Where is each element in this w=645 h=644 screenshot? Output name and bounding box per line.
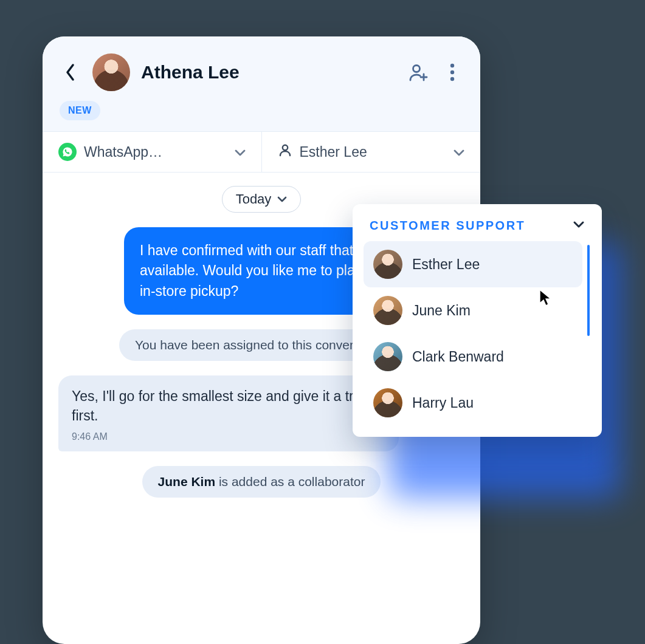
chevron-down-icon: [454, 144, 464, 160]
contact-name: Athena Lee: [141, 62, 396, 83]
agent-list[interactable]: Esther Lee June Kim Clark Benward Harry …: [364, 241, 591, 426]
agent-item[interactable]: Clark Benward: [364, 334, 582, 380]
message-text: Yes, I'll go for the smallest size and g…: [72, 386, 385, 425]
agent-item[interactable]: Harry Lau: [364, 380, 582, 426]
agent-name: Harry Lau: [412, 395, 474, 411]
chevron-down-icon: [277, 196, 287, 202]
agent-avatar: [373, 296, 402, 325]
message-timestamp: 9:46 AM: [72, 430, 385, 444]
channel-label: WhatsApp…: [84, 144, 162, 160]
svg-point-0: [413, 66, 420, 72]
back-button[interactable]: [60, 61, 81, 83]
collaborator-name: June Kim: [158, 474, 216, 488]
svg-point-3: [450, 77, 454, 81]
add-person-icon[interactable]: [407, 61, 429, 83]
system-message-collaborator: June Kim is added as a collaborator: [142, 466, 381, 498]
date-label: Today: [236, 191, 272, 207]
agent-avatar: [373, 250, 402, 279]
chevron-down-icon[interactable]: [573, 221, 585, 231]
assignee-label: Esther Lee: [300, 144, 367, 160]
agent-item[interactable]: Esther Lee: [364, 241, 582, 287]
svg-point-4: [282, 145, 287, 150]
contact-avatar[interactable]: [92, 53, 130, 91]
agent-avatar: [373, 388, 402, 417]
selector-bar: WhatsApp… Esther Lee: [43, 131, 480, 173]
chevron-down-icon: [235, 144, 246, 160]
agent-name: June Kim: [412, 303, 471, 319]
popover-title: CUSTOMER SUPPORT: [370, 219, 525, 233]
agent-avatar: [373, 342, 402, 371]
more-menu-icon[interactable]: [441, 61, 463, 83]
agent-name: Clark Benward: [412, 349, 504, 365]
status-badge-new: NEW: [60, 101, 100, 120]
chat-header: Athena Lee NEW: [43, 36, 480, 131]
assignee-popover: CUSTOMER SUPPORT Esther Lee June Kim Cla…: [353, 204, 602, 437]
svg-point-1: [450, 64, 454, 67]
message-bubble-incoming[interactable]: Yes, I'll go for the smallest size and g…: [58, 375, 399, 451]
svg-point-2: [450, 70, 454, 74]
whatsapp-icon: [58, 143, 77, 161]
agent-item[interactable]: June Kim: [364, 287, 582, 334]
collaborator-suffix: is added as a collaborator: [215, 474, 365, 488]
agent-name: Esther Lee: [412, 256, 480, 273]
channel-selector[interactable]: WhatsApp…: [43, 132, 261, 172]
assignee-selector[interactable]: Esther Lee: [261, 132, 481, 172]
person-icon: [278, 143, 292, 161]
date-filter-pill[interactable]: Today: [222, 186, 302, 213]
